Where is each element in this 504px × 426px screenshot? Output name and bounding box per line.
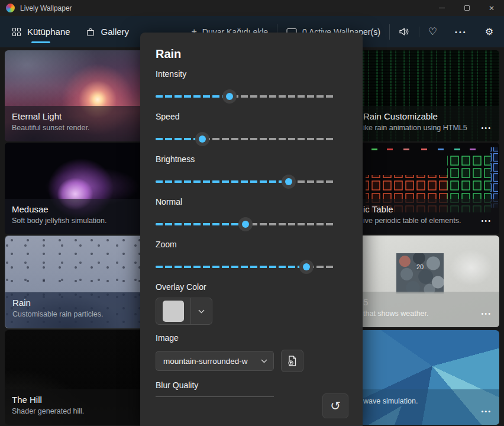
grid-icon: [12, 27, 21, 37]
blur-quality-divider: [156, 396, 274, 397]
card-subtitle: Beautiful sunset render.: [12, 124, 138, 132]
speed-slider-group: Speed: [156, 112, 347, 146]
card-subtitle: Shader generated hill.: [12, 407, 138, 415]
app-logo-icon: [6, 4, 15, 12]
color-dropdown-button[interactable]: [191, 309, 212, 314]
slider-thumb[interactable]: [299, 260, 314, 274]
favorites-button[interactable]: ♡: [419, 25, 446, 38]
overlay-color-picker[interactable]: [156, 298, 212, 325]
slider-thumb[interactable]: [222, 89, 237, 104]
card-title: Rain: [12, 298, 138, 308]
color-swatch[interactable]: [163, 301, 184, 322]
chevron-down-icon: [261, 359, 267, 363]
brightness-label: Brightness: [156, 154, 347, 164]
card-title: Eternal Light: [12, 111, 138, 121]
slider-thumb[interactable]: [238, 217, 253, 231]
weather-widget-photo: 20: [396, 253, 444, 293]
zoom-slider[interactable]: [156, 260, 335, 274]
wallpaper-card-the-hill[interactable]: The Hill Shader generated hill.: [5, 330, 146, 425]
card-title: Rain Customizable: [363, 111, 492, 121]
minimize-button[interactable]: [429, 0, 454, 16]
card-footer: 5 that shows weather. •••: [360, 292, 499, 327]
maximize-button[interactable]: [454, 0, 479, 16]
speaker-icon: [399, 27, 410, 36]
card-more-button[interactable]: •••: [481, 124, 492, 131]
card-title: ic Table: [363, 204, 492, 214]
window-controls: ✕: [429, 0, 504, 16]
card-subtitle: wave simulation.: [363, 397, 492, 405]
heart-icon: ♡: [428, 25, 437, 38]
card-footer: Rain Customizable ike rain animation usi…: [360, 106, 499, 141]
image-label: Image: [156, 333, 347, 343]
weather-temp-label: 20: [396, 263, 444, 270]
zoom-slider-group: Zoom: [156, 240, 347, 274]
card-subtitle: Customisable rain particles.: [12, 310, 138, 318]
card-footer: The Hill Shader generated hill.: [5, 389, 146, 425]
normal-slider[interactable]: [156, 217, 335, 231]
rain-customize-panel: Rain Intensity Speed Brightness Normal: [140, 33, 363, 426]
wallpaper-card-medusae[interactable]: Medusae Soft body jellyfish simulation.: [5, 143, 146, 234]
app-title: Lively Wallpaper: [20, 4, 72, 12]
tab-library[interactable]: Kütüphane: [8, 16, 74, 47]
close-button[interactable]: ✕: [479, 0, 504, 16]
titlebar: Lively Wallpaper ✕: [0, 0, 504, 16]
tab-library-label: Kütüphane: [27, 27, 70, 37]
slider-fill: [156, 95, 230, 98]
chevron-down-icon: [198, 309, 205, 314]
speed-slider[interactable]: [156, 132, 335, 146]
card-subtitle: ike rain animation using HTML5: [363, 124, 492, 132]
card-footer: Rain Customisable rain particles.: [5, 292, 145, 328]
settings-button[interactable]: ⚙: [476, 26, 504, 37]
intensity-slider-group: Intensity: [156, 69, 347, 104]
minimize-icon: [439, 8, 445, 8]
intensity-slider[interactable]: [156, 89, 335, 104]
more-options-button[interactable]: •••: [446, 28, 476, 36]
overlay-color-label: Overlay Color: [156, 282, 347, 292]
normal-slider-group: Normal: [156, 197, 347, 231]
file-upload-icon: [286, 355, 298, 367]
bag-icon: [86, 27, 95, 37]
slider-thumb[interactable]: [195, 132, 209, 146]
reset-button[interactable]: ↺: [322, 393, 348, 418]
normal-label: Normal: [156, 197, 347, 206]
wallpaper-card-eternal-light[interactable]: Eternal Light Beautiful sunset render.: [5, 50, 146, 141]
card-title: Medusae: [12, 204, 138, 214]
close-icon: ✕: [489, 4, 495, 12]
blur-quality-label: Blur Quality: [156, 380, 347, 390]
card-footer: Medusae Soft body jellyfish simulation.: [5, 199, 146, 234]
tab-gallery[interactable]: Gallery: [82, 16, 133, 47]
card-footer: ic Table ive periodic table of elements.…: [360, 199, 499, 234]
card-more-button[interactable]: •••: [481, 310, 492, 317]
audio-button[interactable]: [390, 27, 419, 36]
slider-fill: [156, 180, 289, 183]
wallpaper-card-rain[interactable]: Rain Customisable rain particles.: [5, 235, 146, 328]
image-select[interactable]: mountain-surrounded-w: [156, 351, 274, 371]
card-more-button[interactable]: •••: [481, 408, 492, 415]
card-more-button[interactable]: •••: [481, 217, 492, 224]
card-footer: wave simulation. •••: [360, 389, 499, 425]
ellipsis-icon: •••: [455, 28, 467, 36]
browse-image-button[interactable]: [281, 350, 303, 372]
brightness-slider[interactable]: [156, 175, 335, 189]
tab-gallery-label: Gallery: [101, 27, 130, 37]
image-select-value: mountain-surrounded-w: [163, 357, 261, 366]
slider-fill: [156, 266, 306, 268]
reset-icon: ↺: [330, 399, 341, 413]
slider-thumb[interactable]: [282, 175, 296, 189]
card-subtitle: that shows weather.: [363, 309, 492, 318]
active-tab-indicator: [31, 41, 50, 43]
wallpaper-card-matrix-rain[interactable]: Rain Customizable ike rain animation usi…: [360, 50, 499, 141]
panel-title: Rain: [156, 47, 347, 61]
card-footer: Eternal Light Beautiful sunset render.: [5, 106, 146, 141]
wallpaper-card-waves[interactable]: wave simulation. •••: [360, 330, 499, 425]
brightness-slider-group: Brightness: [156, 154, 347, 189]
gear-icon: ⚙: [485, 26, 493, 37]
speed-label: Speed: [156, 112, 347, 121]
wallpaper-card-weather[interactable]: 20 5 that shows weather. •••: [360, 235, 499, 327]
zoom-label: Zoom: [156, 240, 347, 249]
intensity-label: Intensity: [156, 69, 347, 79]
maximize-icon: [464, 5, 470, 11]
card-subtitle: Soft body jellyfish simulation.: [12, 217, 138, 225]
wallpaper-card-periodic-table[interactable]: ic Table ive periodic table of elements.…: [360, 143, 499, 234]
card-subtitle: ive periodic table of elements.: [363, 217, 492, 225]
